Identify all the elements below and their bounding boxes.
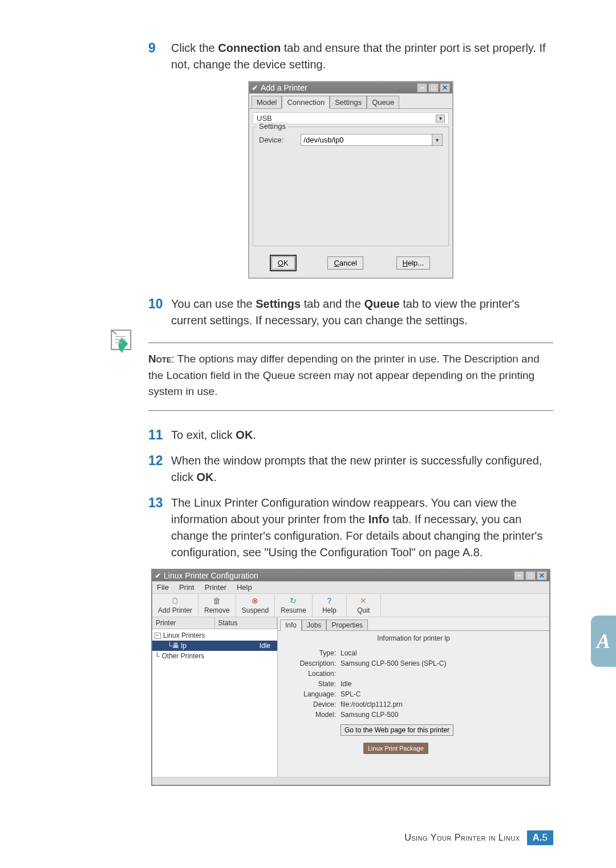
settings-group: Settings Device: ▾ <box>253 127 449 246</box>
statusbar <box>152 777 549 785</box>
step-text: You can use the Settings tab and the Que… <box>171 296 553 329</box>
step-text: When the window prompts that the new pri… <box>171 453 553 486</box>
page-number-badge: A.5 <box>527 830 553 845</box>
info-panel: Info Jobs Properties Information for pri… <box>278 617 549 777</box>
help-icon: ? <box>324 596 334 605</box>
tree-item-lp[interactable]: └🖶 lp Idle <box>152 641 277 651</box>
note-block: Note: The options may differ depending o… <box>148 343 553 411</box>
menu-file[interactable]: File <box>157 583 169 592</box>
trash-icon: 🗑 <box>212 596 222 605</box>
linux-print-package-logo: Linux Print Package <box>363 743 428 754</box>
dialog-title: Add a Printer <box>261 83 307 92</box>
menu-print[interactable]: Print <box>179 583 194 592</box>
tab-queue[interactable]: Queue <box>367 96 399 108</box>
window-menu-icon[interactable]: ✔ <box>252 83 258 92</box>
tab-settings[interactable]: Settings <box>330 96 367 108</box>
minimize-button[interactable]: − <box>417 83 427 92</box>
ok-button[interactable]: OK <box>271 256 295 270</box>
tab-model[interactable]: Model <box>252 96 282 108</box>
add-printer-dialog: ✔ Add a Printer − □ ✕ Model Connection S… <box>248 81 453 279</box>
note-text: Note: The options may differ depending o… <box>148 351 553 400</box>
info-row-language: Language:SPL-C <box>283 689 544 699</box>
tree-header-status[interactable]: Status <box>215 617 278 629</box>
tab-info[interactable]: Info <box>280 620 302 631</box>
chevron-down-icon: ▾ <box>436 115 445 123</box>
info-row-description: Description:Samsung CLP-500 Series (SPL-… <box>283 658 544 669</box>
step-number: 12 <box>148 453 171 470</box>
dialog-title: Linux Printer Configuration <box>164 571 258 580</box>
step-text: The Linux Printer Configuration window r… <box>171 495 553 561</box>
step-number: 10 <box>148 296 171 313</box>
printer-icon: 🗋 <box>170 596 180 605</box>
device-label: Device: <box>259 136 283 144</box>
note-icon <box>107 326 139 357</box>
resume-icon: ↻ <box>288 596 298 605</box>
tree-header-printer[interactable]: Printer <box>152 617 215 629</box>
tree-item-other-printers[interactable]: └ Other Printers <box>152 651 277 661</box>
info-row-type: Type:Local <box>283 648 544 658</box>
toolbar-suspend[interactable]: ⊗ Suspend <box>236 594 275 617</box>
toolbar-remove[interactable]: 🗑 Remove <box>198 594 236 617</box>
menu-help[interactable]: Help <box>237 583 252 592</box>
minimize-button[interactable]: − <box>514 571 524 580</box>
quit-icon: ✕ <box>358 596 368 605</box>
maximize-button[interactable]: □ <box>525 571 536 580</box>
tab-jobs[interactable]: Jobs <box>302 620 326 630</box>
device-input[interactable] <box>301 135 432 145</box>
menu-printer[interactable]: Printer <box>205 583 226 592</box>
cancel-button[interactable]: Cancel <box>327 256 363 270</box>
menubar: File Print Printer Help <box>152 581 549 593</box>
help-button[interactable]: Help... <box>396 256 431 270</box>
close-button[interactable]: ✕ <box>440 83 450 92</box>
step-number: 9 <box>148 40 171 57</box>
tab-properties[interactable]: Properties <box>326 620 368 630</box>
device-select[interactable]: ▾ <box>301 134 443 146</box>
toolbar-add-printer[interactable]: 🗋 Add Printer <box>152 594 198 617</box>
printer-tree-panel: Printer Status − Linux Printers └🖶 lp Id… <box>152 617 278 777</box>
titlebar: ✔ Linux Printer Configuration − □ ✕ <box>152 570 549 581</box>
step-text: Click the Connection tab and ensure that… <box>171 40 553 73</box>
step-text: To exit, click OK. <box>171 427 256 443</box>
suspend-icon: ⊗ <box>250 596 260 605</box>
maximize-button[interactable]: □ <box>428 83 439 92</box>
web-page-button[interactable]: Go to the Web page for this printer <box>341 724 453 736</box>
window-menu-icon[interactable]: ✔ <box>155 571 161 580</box>
toolbar-resume[interactable]: ↻ Resume <box>275 594 313 617</box>
toolbar-help[interactable]: ? Help <box>313 594 347 617</box>
titlebar: ✔ Add a Printer − □ ✕ <box>249 82 452 93</box>
page-footer: Using Your Printer in Linux A.5 <box>0 830 616 845</box>
tree-item-linux-printers[interactable]: − Linux Printers <box>152 630 277 641</box>
collapse-icon[interactable]: − <box>155 633 161 639</box>
tab-connection[interactable]: Connection <box>282 96 330 109</box>
step-number: 11 <box>148 427 171 444</box>
step-number: 13 <box>148 495 171 512</box>
footer-text: Using Your Printer in Linux <box>404 833 520 843</box>
linux-printer-config-dialog: ✔ Linux Printer Configuration − □ ✕ File… <box>151 569 550 786</box>
toolbar: 🗋 Add Printer 🗑 Remove ⊗ Suspend ↻ Resum… <box>152 593 549 617</box>
dialog-tabs: Model Connection Settings Queue <box>249 93 452 109</box>
chevron-down-icon: ▾ <box>432 135 442 145</box>
info-row-location: Location: <box>283 669 544 679</box>
info-row-state: State:Idle <box>283 679 544 689</box>
settings-legend: Settings <box>257 122 288 131</box>
info-row-model: Model:Samsung CLP-500 <box>283 710 544 720</box>
toolbar-quit[interactable]: ✕ Quit <box>347 594 381 617</box>
appendix-tab: A <box>591 616 616 667</box>
info-row-device: Device:file:/root/clp1112.prn <box>283 699 544 710</box>
info-title: Information for printer lp <box>278 631 549 648</box>
close-button[interactable]: ✕ <box>537 571 547 580</box>
